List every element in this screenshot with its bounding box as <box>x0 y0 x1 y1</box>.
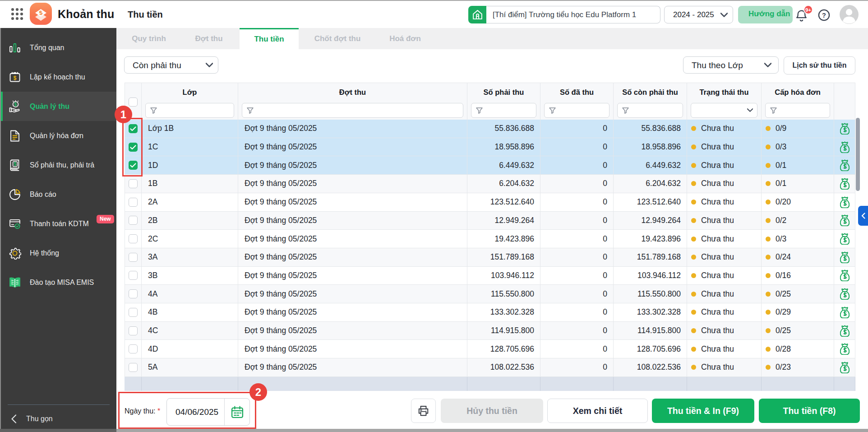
svg-text:$: $ <box>14 74 17 81</box>
svg-text:$: $ <box>14 102 17 107</box>
svg-text:$: $ <box>14 161 16 166</box>
svg-text:?: ? <box>822 12 826 19</box>
